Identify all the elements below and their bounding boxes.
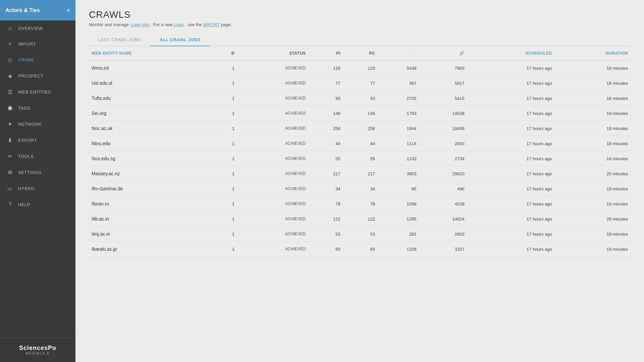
cell-6-pages: 1243 — [378, 151, 419, 166]
cell-10-status: ACHIEVED — [237, 212, 308, 227]
cell-3-links: 19538 — [419, 106, 467, 121]
table-row[interactable]: Wmo.int1ACHIEVED1291295438798317 hours a… — [89, 61, 631, 76]
sidebar-close-button[interactable]: × — [66, 7, 70, 13]
cell-3-pc: 148 — [343, 106, 378, 121]
subtitle-end: page. — [221, 22, 232, 27]
main-content: CRAWLS Monitor and manage crawl jobs . F… — [75, 0, 644, 362]
sidebar-label-help: HELP — [18, 202, 30, 207]
cell-11-scheduled: 17 hours ago — [467, 227, 555, 242]
cell-11-duration: 19 minutes — [555, 227, 631, 242]
cell-3-pi: 148 — [308, 106, 343, 121]
cell-7-status: ACHIEVED — [237, 166, 308, 181]
cell-6-d: 1 — [214, 151, 237, 166]
cell-10-name: Iitb.ac.in — [89, 212, 214, 227]
cell-8-pages: 85 — [378, 181, 419, 196]
table-container[interactable]: WEB ENTITY NAMEDStatusPIPC📄🔗SCHEDULEDDUR… — [75, 46, 644, 362]
col-header-status: Status — [237, 46, 308, 61]
cell-9-links: 4538 — [419, 196, 467, 212]
table-body: Wmo.int1ACHIEVED1291295438798317 hours a… — [89, 61, 631, 257]
table-row[interactable]: Ifm-Geomar.de1ACHIEVED34348549617 hours … — [89, 181, 631, 196]
table-row[interactable]: Sei.org1ACHIEVED14814817931953817 hours … — [89, 106, 631, 121]
subtitle-mid2: , use the — [185, 22, 202, 27]
table-row[interactable]: Ifaran.ru1ACHIEVED78781099453817 hours a… — [89, 196, 631, 212]
table-row[interactable]: Ibaraki.ac.jp1ACHIEVED65651108320717 hou… — [89, 242, 631, 257]
cell-2-pi: 93 — [308, 91, 343, 106]
sidebar-item-import[interactable]: +IMPORT — [0, 36, 75, 52]
cell-0-scheduled: 17 hours ago — [467, 61, 555, 76]
cell-11-name: Iimj.ac.in — [89, 227, 214, 242]
sidebar-item-network[interactable]: ✦NETWORK — [0, 116, 75, 132]
cell-8-d: 1 — [214, 181, 237, 196]
cell-3-d: 1 — [214, 106, 237, 121]
cell-9-pc: 78 — [343, 196, 378, 212]
sidebar-item-overview[interactable]: ⌂OVERVIEW — [0, 20, 75, 36]
table-row[interactable]: Massey.ac.nz1ACHIEVED21721739032982017 h… — [89, 166, 631, 181]
cell-12-pages: 1108 — [378, 242, 419, 257]
tab-all-crawl-jobs[interactable]: ALL CRAWL JOBS — [150, 34, 210, 46]
cell-3-duration: 19 minutes — [555, 106, 631, 121]
cell-4-pages: 1944 — [378, 121, 419, 136]
cell-6-status: ACHIEVED — [237, 151, 308, 166]
cell-2-duration: 18 minutes — [555, 91, 631, 106]
col-header-scheduled: SCHEDULED — [467, 46, 555, 61]
crawl-jobs-link[interactable]: crawl jobs — [130, 22, 150, 27]
crawl-link[interactable]: crawl — [174, 22, 184, 27]
cell-12-d: 1 — [214, 242, 237, 257]
page-subtitle: Monitor and manage crawl jobs . For a ne… — [89, 22, 631, 27]
cell-5-links: 2843 — [419, 136, 467, 151]
sidebar-item-help[interactable]: ?HELP — [0, 197, 75, 213]
table-row[interactable]: Nus.edu.sg1ACHIEVED55551243273417 hours … — [89, 151, 631, 166]
cell-0-pc: 129 — [343, 61, 378, 76]
prospect-icon: ◈ — [7, 73, 13, 79]
cell-9-name: Ifaran.ru — [89, 196, 214, 212]
cell-11-d: 1 — [214, 227, 237, 242]
sidebar-nav: ⌂OVERVIEW+IMPORT◎CRAWL◈PROSPECT☰WEB ENTI… — [0, 20, 75, 338]
help-icon: ? — [7, 201, 13, 207]
cell-4-links: 18406 — [419, 121, 467, 136]
cell-9-duration: 19 minutes — [555, 196, 631, 212]
table-row[interactable]: Noc.ac.uk1ACHIEVED25825819441840617 hour… — [89, 121, 631, 136]
cell-2-scheduled: 17 hours ago — [467, 91, 555, 106]
sidebar-item-tools[interactable]: ✂TOOLS — [0, 148, 75, 165]
cell-12-name: Ibaraki.ac.jp — [89, 242, 214, 257]
sidebar-item-settings[interactable]: ⚙SETTINGS — [0, 165, 75, 181]
cell-1-pc: 77 — [343, 76, 378, 91]
table-row[interactable]: Iimj.ac.in1ACHIEVED5353291260317 hours a… — [89, 227, 631, 242]
cell-11-pages: 291 — [378, 227, 419, 242]
sidebar-label-overview: OVERVIEW — [18, 26, 43, 31]
export-icon: ⬇ — [7, 137, 13, 143]
sidebar-item-tags[interactable]: ⬟TAGS — [0, 100, 75, 116]
sidebar-label-export: EXPORT — [18, 138, 37, 143]
brand-sub: MÉDIALA B — [7, 352, 69, 355]
web-entities-icon: ☰ — [7, 89, 13, 95]
cell-2-pc: 93 — [343, 91, 378, 106]
table-row[interactable]: Usl.edu.sl1ACHIEVED7777397591717 hours a… — [89, 76, 631, 91]
table-row[interactable]: Iitb.ac.in1ACHIEVED12212212851482417 hou… — [89, 212, 631, 227]
cell-9-d: 1 — [214, 196, 237, 212]
sidebar-label-network: NETWORK — [18, 122, 42, 127]
cell-7-name: Massey.ac.nz — [89, 166, 214, 181]
sidebar-label-prospect: PROSPECT — [18, 73, 44, 78]
sidebar-item-export[interactable]: ⬇EXPORT — [0, 132, 75, 148]
cell-1-pi: 77 — [308, 76, 343, 91]
sidebar-footer: SciencesPo MÉDIALA B — [0, 338, 75, 362]
network-icon: ✦ — [7, 121, 13, 127]
cell-2-pages: 2705 — [378, 91, 419, 106]
sidebar-item-crawl[interactable]: ◎CRAWL — [0, 52, 75, 68]
cell-1-name: Usl.edu.sl — [89, 76, 214, 91]
brand-name: SciencesPo — [7, 345, 69, 352]
import-link[interactable]: IMPORT — [203, 22, 220, 27]
sidebar-item-prospect[interactable]: ◈PROSPECT — [0, 68, 75, 84]
sidebar-item-hybro[interactable]: ▭HYBRO — [0, 181, 75, 197]
table-row[interactable]: Ntnu.edu1ACHIEVED44441114284317 hours ag… — [89, 136, 631, 151]
cell-4-pc: 258 — [343, 121, 378, 136]
sidebar-item-web-entities[interactable]: ☰WEB ENTITIES — [0, 84, 75, 100]
cell-11-pc: 53 — [343, 227, 378, 242]
tab-last-crawl-jobs[interactable]: LAST CRAWL JOBS — [89, 34, 150, 46]
cell-3-pages: 1793 — [378, 106, 419, 121]
cell-10-duration: 29 minutes — [555, 212, 631, 227]
cell-4-d: 1 — [214, 121, 237, 136]
sidebar-label-import: IMPORT — [18, 42, 36, 47]
sidebar-label-hybro: HYBRO — [18, 186, 35, 191]
table-row[interactable]: Tufts.edu1ACHIEVED93932705541517 hours a… — [89, 91, 631, 106]
